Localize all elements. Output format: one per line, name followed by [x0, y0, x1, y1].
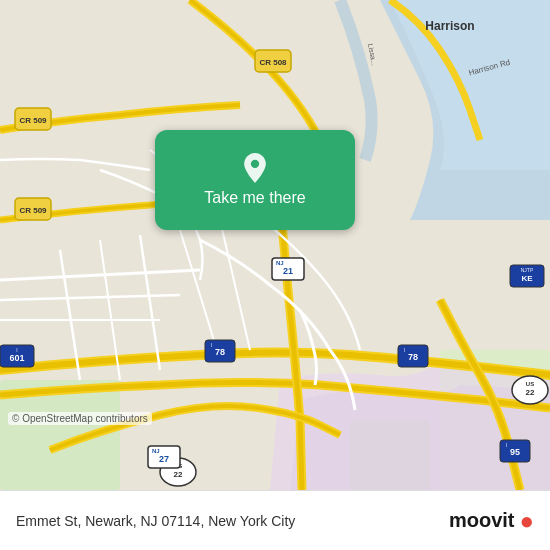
svg-text:I: I [506, 442, 507, 448]
svg-text:Harrison: Harrison [425, 19, 474, 33]
svg-text:22: 22 [174, 470, 183, 479]
svg-text:CR 509: CR 509 [19, 116, 47, 125]
svg-text:CR 509: CR 509 [19, 206, 47, 215]
svg-text:I: I [404, 347, 405, 353]
take-me-there-button[interactable]: Take me there [155, 130, 355, 230]
address-text: Emmet St, Newark, NJ 07114, New York Cit… [16, 513, 295, 529]
svg-text:I: I [211, 342, 212, 348]
svg-text:CR 508: CR 508 [259, 58, 287, 67]
map-copyright: © OpenStreetMap contributors [8, 412, 152, 425]
moovit-logo-text: moovit [449, 509, 515, 532]
bottom-bar: Emmet St, Newark, NJ 07114, New York Cit… [0, 490, 550, 550]
svg-text:78: 78 [408, 352, 418, 362]
svg-text:21: 21 [283, 266, 293, 276]
svg-text:US: US [526, 381, 534, 387]
moovit-logo-dot: ● [520, 509, 535, 533]
svg-point-50 [251, 160, 259, 168]
moovit-logo: moovit ● [449, 509, 534, 533]
svg-text:NJTP: NJTP [521, 267, 534, 273]
take-me-there-label: Take me there [204, 189, 305, 207]
location-pin-icon [240, 153, 270, 183]
map-container: CR 509 CR 509 CR 508 CR NJ 21 US 22 US 2… [0, 0, 550, 490]
svg-text:27: 27 [159, 454, 169, 464]
svg-text:601: 601 [9, 353, 24, 363]
svg-text:95: 95 [510, 447, 520, 457]
svg-text:22: 22 [526, 388, 535, 397]
svg-text:KE: KE [521, 274, 533, 283]
svg-text:78: 78 [215, 347, 225, 357]
